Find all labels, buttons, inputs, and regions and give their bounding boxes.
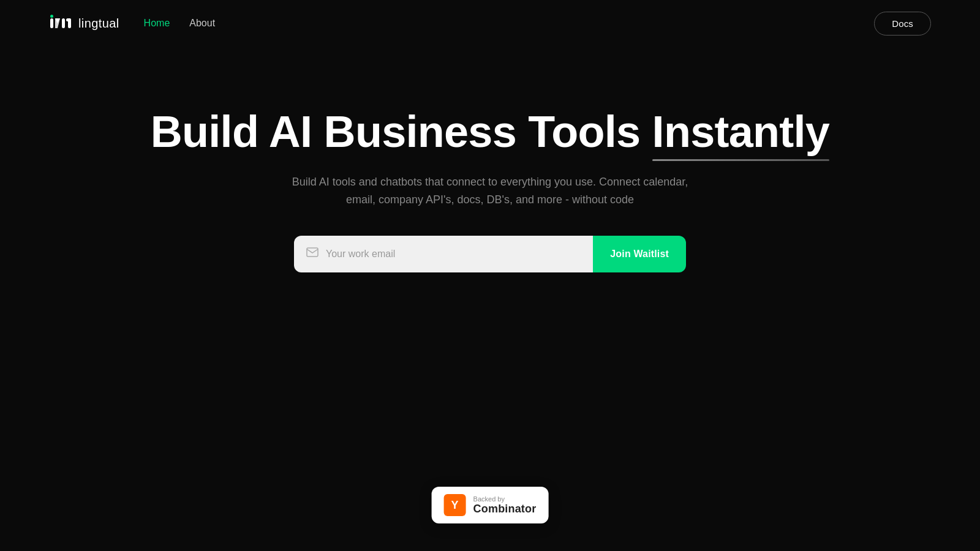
logo-text: lingtual [78, 17, 119, 31]
nav-links: Home About [144, 18, 216, 29]
email-input-wrapper [294, 236, 593, 272]
svg-rect-0 [50, 18, 53, 28]
yc-logo: Y [444, 494, 466, 516]
hero-section: Build AI Business Tools Instantly Build … [0, 47, 980, 272]
email-form: Join Waitlist [294, 236, 686, 272]
hero-title: Build AI Business Tools Instantly [151, 108, 829, 156]
yc-combinator-text: Combinator [473, 503, 537, 515]
yc-text: Backed by Combinator [473, 495, 537, 515]
navbar: lingtual Home About Docs [0, 0, 980, 47]
svg-rect-2 [62, 18, 65, 28]
yc-logo-letter: Y [451, 499, 459, 512]
hero-subtitle: Build AI tools and chatbots that connect… [282, 173, 698, 209]
nav-left: lingtual Home About [49, 13, 215, 33]
email-icon [306, 247, 318, 260]
nav-home-link[interactable]: Home [144, 18, 170, 29]
logo[interactable]: lingtual [49, 13, 119, 33]
join-waitlist-button[interactable]: Join Waitlist [593, 236, 686, 272]
svg-rect-4 [68, 18, 71, 28]
svg-rect-5 [307, 248, 318, 257]
hero-title-part1: Build AI Business Tools [151, 107, 652, 156]
logo-icon [49, 13, 72, 33]
docs-button[interactable]: Docs [874, 12, 931, 36]
yc-backed-text: Backed by [473, 495, 537, 503]
yc-badge: Y Backed by Combinator [432, 487, 549, 523]
email-input[interactable] [326, 249, 581, 260]
svg-rect-1 [50, 15, 53, 18]
hero-title-instantly: Instantly [652, 108, 830, 156]
nav-about-link[interactable]: About [189, 18, 215, 29]
